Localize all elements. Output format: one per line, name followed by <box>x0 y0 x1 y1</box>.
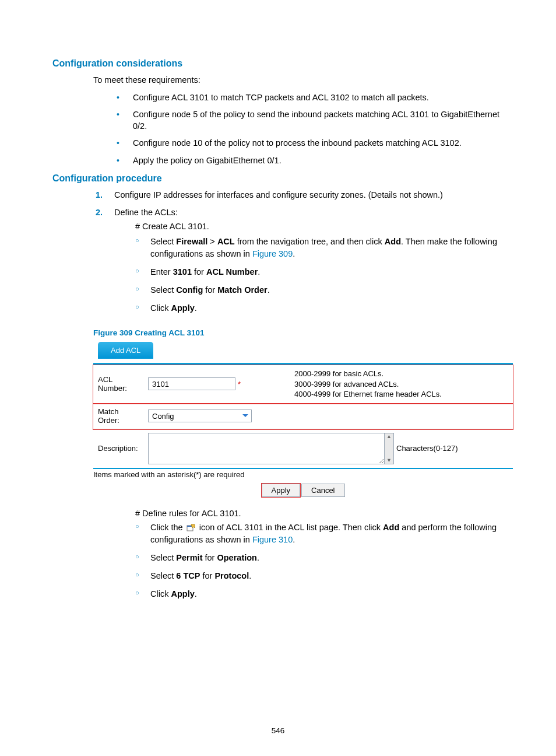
text: from the navigation tree, and then click <box>235 237 385 246</box>
bold: ACL Number <box>206 267 258 276</box>
hint-cell-empty <box>259 404 513 429</box>
sub-list-a: Select Firewall > ACL from the navigatio… <box>114 236 504 314</box>
step-body: Configure IP addresses for interfaces an… <box>114 190 504 201</box>
bold: Protocol <box>214 571 249 580</box>
bullet-item: Configure node 5 of the policy to send t… <box>117 109 504 132</box>
scrollbar[interactable]: ▲ ▼ <box>384 433 394 464</box>
bullet-item: Configure ACL 3101 to match TCP packets … <box>117 92 504 104</box>
add-acl-dialog: Add ACL ACL Number: * 2000-2999 for basi… <box>93 342 513 497</box>
text: Select <box>150 285 176 295</box>
bold: Match Order <box>217 285 267 295</box>
label-line: Match <box>98 407 143 416</box>
step-2: 2. Define the ACLs: # Create ACL 3101. S… <box>93 207 504 320</box>
step-body: Define the ACLs: # Create ACL 3101. Sele… <box>114 207 504 320</box>
sub-item: Click Apply. <box>135 588 504 600</box>
text: Click the <box>150 523 185 532</box>
text: Select <box>150 237 176 246</box>
step-number: 2. <box>93 207 103 320</box>
bold: Operation <box>217 553 256 562</box>
label-match-order: Match Order: <box>93 404 146 429</box>
substep-title: # Define rules for ACL 3101. <box>135 509 504 518</box>
scroll-up-icon: ▲ <box>386 434 392 439</box>
heading-configuration-procedure: Configuration procedure <box>52 173 504 184</box>
figure-link-309[interactable]: Figure 309 <box>252 249 293 258</box>
text: Click <box>150 589 171 598</box>
sub-item: Select 6 TCP for Protocol. <box>135 570 504 582</box>
required-note: Items marked with an asterisk(*) are req… <box>93 470 513 479</box>
text: . <box>257 553 259 562</box>
bold: Add <box>385 237 401 246</box>
row-acl-number: ACL Number: * 2000-2999 for basic ACLs. … <box>93 365 513 404</box>
control-cell: Config <box>146 404 259 429</box>
sub-item: Click Apply. <box>135 302 504 314</box>
row-match-order: Match Order: Config <box>93 404 513 429</box>
hint-line: 2000-2999 for basic ACLs. <box>294 369 511 379</box>
apply-highlight: Apply <box>262 484 301 497</box>
bullet-item: Configure node 10 of the policy not to p… <box>117 138 504 149</box>
required-asterisk: * <box>238 380 241 388</box>
bold: Permit <box>176 553 202 562</box>
substep-title: # Create ACL 3101. <box>135 221 504 233</box>
label-line: Number: <box>98 384 143 393</box>
bold: 3101 <box>173 267 192 276</box>
sub-item: Enter 3101 for ACL Number. <box>135 266 504 278</box>
bold: Firewall <box>176 237 207 246</box>
bullet-item: Apply the policy on GigabitEthernet 0/1. <box>117 155 504 167</box>
text: for <box>203 285 217 295</box>
label-line: ACL <box>98 375 143 384</box>
chevron-down-icon <box>241 411 250 421</box>
label-acl-number: ACL Number: <box>93 365 146 403</box>
document-page: Configuration considerations To meet the… <box>0 0 556 756</box>
text: Enter <box>150 267 173 276</box>
bold: Add <box>383 523 399 532</box>
label-line: Order: <box>98 416 143 425</box>
bold: Apply <box>171 589 194 598</box>
sub-item: Select Permit for Operation. <box>135 552 504 564</box>
considerations-list: Configure ACL 3101 to match TCP packets … <box>52 92 504 167</box>
text: . <box>293 535 295 544</box>
divider <box>93 468 513 469</box>
tab-add-acl[interactable]: Add ACL <box>98 342 153 359</box>
heading-configuration-considerations: Configuration considerations <box>52 58 504 69</box>
control-cell: * <box>146 365 259 403</box>
tab-strip: Add ACL <box>93 342 513 363</box>
bold: ACL <box>217 237 235 246</box>
acl-number-input[interactable] <box>148 377 235 390</box>
hint-cell: 2000-2999 for basic ACLs. 3000-3999 for … <box>259 365 513 403</box>
text: for <box>202 553 217 562</box>
sub-item: Select Config for Match Order. <box>135 284 504 296</box>
cancel-button[interactable]: Cancel <box>301 484 344 497</box>
text: icon of ACL 3101 in the ACL list page. T… <box>197 523 383 532</box>
figure-link-310[interactable]: Figure 310 <box>252 535 293 544</box>
page-number: 546 <box>0 726 556 735</box>
hint-line: 4000-4999 for Ethernet frame header ACLs… <box>294 389 511 400</box>
step-text: Define the ACLs: <box>114 208 178 217</box>
figure-caption-309: Figure 309 Creating ACL 3101 <box>93 328 504 337</box>
text: . <box>195 589 197 598</box>
description-hint: Characters(0-127) <box>396 444 458 453</box>
bold: Config <box>176 285 203 295</box>
step-1: 1. Configure IP addresses for interfaces… <box>93 190 504 201</box>
procedure-list: 1. Configure IP addresses for interfaces… <box>52 190 504 320</box>
text: . <box>195 303 197 313</box>
text: Select <box>150 571 176 580</box>
sub-item: Select Firewall > ACL from the navigatio… <box>135 236 504 260</box>
text: for <box>192 267 206 276</box>
text: . <box>249 571 251 580</box>
text: Select <box>150 553 176 562</box>
button-bar: Apply Cancel <box>93 481 513 497</box>
intro-paragraph: To meet these requirements: <box>93 75 504 86</box>
text: . <box>293 249 295 258</box>
apply-button[interactable]: Apply <box>262 484 301 497</box>
hint-line: 3000-3999 for advanced ACLs. <box>294 379 511 390</box>
bold: 6 TCP <box>176 571 200 580</box>
sub-list-b: Click the icon of ACL 3101 in the ACL li… <box>114 522 504 600</box>
step-number: 1. <box>93 190 103 201</box>
text: > <box>207 237 217 246</box>
text: . <box>268 285 270 295</box>
row-description: Description: ▲ ▼ Characters(0-127) <box>93 429 513 468</box>
match-order-select[interactable]: Config <box>148 410 252 422</box>
text: . <box>258 267 260 276</box>
description-textarea[interactable] <box>148 433 385 464</box>
text: Click <box>150 303 171 313</box>
